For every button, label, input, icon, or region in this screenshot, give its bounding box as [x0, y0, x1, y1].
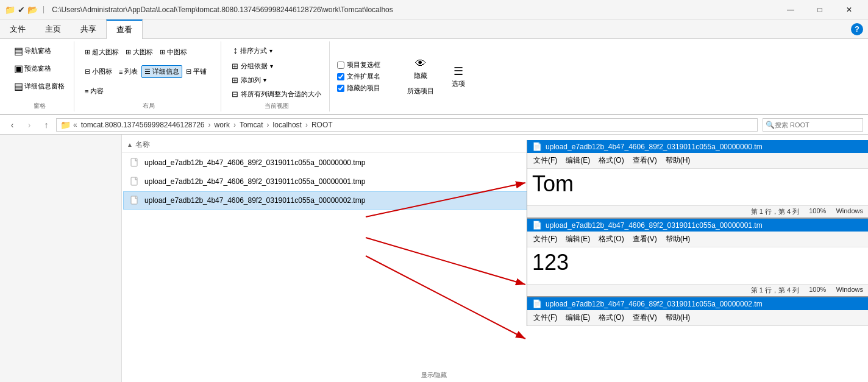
layout-tile[interactable]: ⊟ 平铺	[183, 65, 210, 78]
layout-medium[interactable]: ⊞ 中图标	[157, 46, 190, 58]
panes-group-label: 窗格	[34, 101, 46, 110]
checkbox-item-hidden[interactable]: 隐藏的项目	[337, 83, 403, 93]
sidebar	[0, 135, 122, 382]
notepad-menu-format-1[interactable]: 格式(O)	[595, 233, 627, 246]
checkbox-selection[interactable]	[337, 62, 344, 69]
title-path: C:\Users\Administrator\AppData\Local\Tem…	[52, 5, 777, 14]
notepad-menu-help-2[interactable]: 帮助(H)	[662, 311, 694, 324]
notepad-content-1[interactable]: 123	[527, 247, 868, 284]
notepad-menu-file-2[interactable]: 文件(F)	[530, 311, 561, 324]
notepad-menu-edit-1[interactable]: 编辑(E)	[562, 233, 594, 246]
title-controls[interactable]: — □ ✕	[777, 0, 863, 19]
notepad-menu-edit-2[interactable]: 编辑(E)	[562, 311, 594, 324]
extra-large-label: 超大图标	[92, 48, 119, 57]
groupby-label: 分组依据	[241, 62, 268, 71]
minimize-button[interactable]: —	[777, 0, 805, 19]
tab-view[interactable]: 查看	[106, 19, 143, 39]
notepad-menu-help-0[interactable]: 帮助(H)	[662, 154, 694, 167]
hide-button-group: 👁 隐藏 所选项目	[403, 55, 438, 98]
notepad-menu-view-1[interactable]: 查看(V)	[629, 233, 661, 246]
hide-label: 隐藏	[414, 71, 427, 80]
nav-pane-label: 导航窗格	[24, 46, 51, 55]
medium-icon: ⊞	[160, 48, 165, 56]
view-submenu: ⊞ 分组依据 ▾ ⊞ 添加列 ▾ ⊟ 将所有列调整为合适的大小	[229, 60, 324, 101]
notepad-menu-format-0[interactable]: 格式(O)	[595, 154, 627, 167]
add-column-button[interactable]: ⊞ 添加列 ▾	[229, 74, 324, 87]
help-icon[interactable]: ?	[851, 23, 863, 35]
checkbox-label-hidden: 隐藏的项目	[347, 83, 380, 93]
layout-large[interactable]: ⊞ 大图标	[123, 46, 156, 58]
layout-details[interactable]: ☰ 详细信息	[141, 65, 182, 78]
svg-rect-2	[131, 196, 137, 204]
preview-pane-button[interactable]: ▣ 预览窗格	[10, 60, 55, 77]
checkbox-item-selection[interactable]: 项目复选框	[337, 60, 403, 69]
notepad-zoom-0: 100%	[809, 207, 826, 216]
back-button[interactable]: ‹	[5, 118, 20, 132]
path-segment-tomcat2[interactable]: Tomcat	[238, 121, 265, 129]
notepad-content-0[interactable]: Tom	[527, 169, 868, 205]
navigation-pane-button[interactable]: ▤ 导航窗格	[10, 43, 55, 59]
search-input[interactable]	[775, 121, 860, 129]
selected-items-button[interactable]: 所选项目	[403, 84, 438, 98]
layout-extra-large[interactable]: ⊞ 超大图标	[82, 46, 122, 58]
content-icon: ≡	[85, 88, 88, 95]
separator: |	[43, 5, 44, 15]
file-icon-1	[129, 175, 141, 188]
notepad-menu-format-2[interactable]: 格式(O)	[595, 311, 627, 324]
path-segment-work[interactable]: work	[213, 121, 231, 129]
checkbox-extension[interactable]	[337, 73, 344, 80]
hide-button[interactable]: 👁 隐藏	[405, 55, 436, 83]
options-button[interactable]: ☰ 选项	[443, 62, 474, 91]
large-icon: ⊞	[126, 48, 131, 56]
details-pane-button[interactable]: ▤ 详细信息窗格	[10, 78, 69, 94]
addcol-arrow: ▾	[263, 77, 266, 83]
details-label2: 详细信息	[152, 67, 179, 76]
fitcol-icon: ⊟	[232, 90, 238, 99]
groupby-icon: ⊞	[232, 62, 238, 71]
folder-icon: 📁	[5, 5, 15, 15]
notepad-menu-view-0[interactable]: 查看(V)	[629, 154, 661, 167]
address-path[interactable]: 📁 « tomcat.8080.13745699982446128726 › w…	[56, 118, 758, 132]
path-segment-root[interactable]: ROOT	[310, 121, 334, 129]
small-icon: ⊟	[85, 68, 90, 76]
group-by-button[interactable]: ⊞ 分组依据 ▾	[229, 60, 324, 73]
notepad-zoom-1: 100%	[809, 286, 826, 295]
medium-label: 中图标	[167, 48, 187, 57]
preview-label: 预览窗格	[24, 64, 51, 73]
tab-home[interactable]: 主页	[35, 19, 71, 38]
notepad-panel-1: 📄 upload_e7adb12b_4b47_4606_89f2_0319011…	[527, 219, 868, 297]
file-icon-2	[129, 194, 141, 207]
address-bar: ‹ › ↑ 📁 « tomcat.8080.137456999824461287…	[0, 115, 868, 135]
content-label: 内容	[90, 87, 104, 96]
notepad-menu-edit-0[interactable]: 编辑(E)	[562, 154, 594, 167]
notepad-menu-file-1[interactable]: 文件(F)	[530, 233, 561, 246]
forward-button[interactable]: ›	[22, 118, 37, 132]
up-button[interactable]: ↑	[39, 118, 54, 132]
close-button[interactable]: ✕	[835, 0, 863, 19]
notepad-menu-help-1[interactable]: 帮助(H)	[662, 233, 694, 246]
tab-file[interactable]: 文件	[0, 19, 35, 38]
checkbox-hidden[interactable]	[337, 85, 344, 92]
sort-button[interactable]: ↕ 排序方式 ▾	[229, 43, 277, 58]
notepad-title-text-2: upload_e7adb12b_4b47_4606_89f2_0319011c0…	[546, 300, 763, 308]
path-segment-tomcat[interactable]: tomcat.8080.13745699982446128726	[80, 121, 206, 129]
layout-content[interactable]: ≡ 内容	[82, 85, 107, 97]
layout-list[interactable]: ≡ 列表	[116, 65, 141, 78]
notepad-menu-file-0[interactable]: 文件(F)	[530, 154, 561, 167]
checkbox-item-extension[interactable]: 文件扩展名	[337, 72, 403, 81]
list-icon: ≡	[119, 68, 123, 76]
panes-content: ▤ 导航窗格 ▣ 预览窗格 ▤ 详细信息窗格	[10, 43, 69, 101]
fit-columns-button[interactable]: ⊟ 将所有列调整为合适的大小	[229, 88, 324, 101]
folder2-icon: 📂	[27, 5, 38, 15]
notepad-panel-0: 📄 upload_e7adb12b_4b47_4606_89f2_0319011…	[527, 140, 868, 219]
search-box[interactable]: 🔍	[763, 118, 863, 132]
maximize-button[interactable]: □	[806, 0, 834, 19]
layout-small[interactable]: ⊟ 小图标	[82, 65, 115, 78]
path-segment-localhost[interactable]: localhost	[272, 121, 303, 129]
notepad-menu-view-2[interactable]: 查看(V)	[629, 311, 661, 324]
notepad-icon-1: 📄	[532, 221, 542, 230]
checkboxes-area: 项目复选框 文件扩展名 隐藏的项目	[337, 60, 403, 93]
notepad-encoding-1: Windows	[836, 286, 863, 295]
tab-share[interactable]: 共享	[71, 19, 106, 38]
show-hide-label: 显示/隐藏	[421, 370, 447, 380]
